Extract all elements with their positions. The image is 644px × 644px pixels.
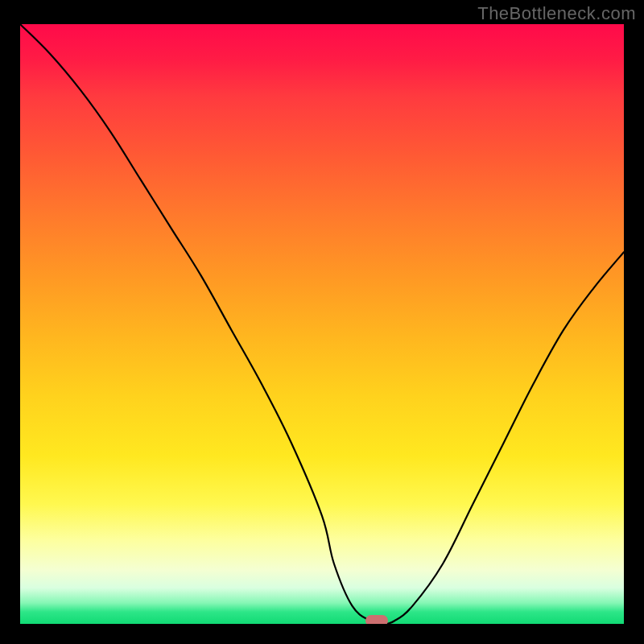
chart-frame: TheBottleneck.com xyxy=(0,0,644,644)
watermark-text: TheBottleneck.com xyxy=(477,3,636,24)
plot-area xyxy=(20,24,624,624)
bottleneck-curve-path xyxy=(20,24,624,624)
optimal-point-marker xyxy=(365,615,388,624)
curve-svg xyxy=(20,24,624,624)
